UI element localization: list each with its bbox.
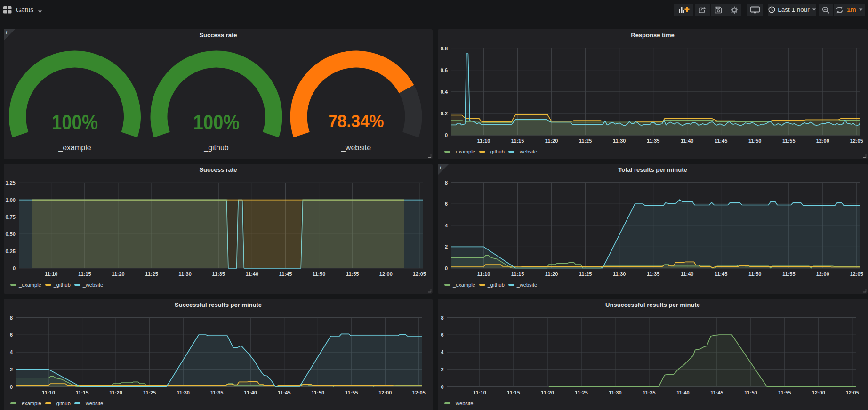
svg-text:0: 0 [441,384,443,389]
svg-text:11:50: 11:50 [748,271,762,277]
svg-text:11:10: 11:10 [42,389,55,395]
svg-text:11:40: 11:40 [246,271,259,277]
svg-text:12:05: 12:05 [846,389,859,395]
svg-text:11:40: 11:40 [681,271,694,277]
svg-text:11:10: 11:10 [473,389,486,395]
svg-text:11:55: 11:55 [345,389,358,395]
svg-text:11:30: 11:30 [177,389,190,395]
svg-text:0: 0 [445,265,448,271]
svg-text:11:15: 11:15 [507,389,520,395]
svg-text:0.6: 0.6 [441,67,448,72]
svg-text:12:00: 12:00 [816,138,829,144]
svg-text:6: 6 [10,332,13,338]
svg-text:11:55: 11:55 [346,271,359,277]
svg-text:11:20: 11:20 [545,138,558,144]
svg-text:2: 2 [10,366,13,372]
svg-text:100%: 100% [193,110,240,134]
svg-text:4: 4 [10,349,13,355]
svg-text:11:25: 11:25 [575,389,588,395]
svg-text:12:05: 12:05 [850,138,863,144]
svg-text:0.8: 0.8 [441,45,448,51]
svg-text:11:50: 11:50 [313,271,326,277]
svg-text:11:55: 11:55 [782,271,796,277]
svg-text:11:50: 11:50 [312,389,325,395]
svg-text:11:45: 11:45 [710,389,723,395]
svg-text:11:20: 11:20 [112,271,125,277]
svg-text:0: 0 [13,265,16,271]
svg-text:78.34%: 78.34% [329,112,384,131]
svg-text:11:35: 11:35 [643,389,656,395]
svg-text:11:30: 11:30 [613,138,626,144]
svg-text:11:55: 11:55 [782,138,796,144]
svg-text:11:25: 11:25 [145,271,158,277]
svg-text:11:10: 11:10 [477,271,490,277]
svg-text:11:20: 11:20 [545,271,558,277]
svg-text:6: 6 [441,332,443,338]
svg-text:0.75: 0.75 [6,214,16,220]
svg-text:100%: 100% [52,110,98,134]
svg-text:0.50: 0.50 [6,231,16,237]
svg-text:_website: _website [341,143,371,152]
svg-text:11:35: 11:35 [647,271,660,277]
svg-text:0.2: 0.2 [441,111,448,116]
svg-text:11:35: 11:35 [647,138,660,144]
svg-text:11:15: 11:15 [511,138,524,144]
svg-text:11:15: 11:15 [78,271,91,277]
svg-text:12:05: 12:05 [413,271,426,277]
svg-text:0.25: 0.25 [6,249,16,254]
svg-text:_github: _github [203,143,229,152]
svg-text:8: 8 [445,180,448,185]
svg-text:12:00: 12:00 [379,271,393,277]
svg-text:11:50: 11:50 [748,138,762,144]
svg-text:12:05: 12:05 [412,389,426,395]
svg-text:11:15: 11:15 [76,389,89,395]
svg-text:2: 2 [445,244,448,249]
svg-text:11:55: 11:55 [778,389,791,395]
svg-text:11:30: 11:30 [178,271,192,277]
svg-text:6: 6 [445,201,448,207]
svg-text:11:40: 11:40 [676,389,690,395]
svg-text:11:10: 11:10 [45,271,58,277]
svg-text:12:00: 12:00 [816,271,829,277]
svg-text:0: 0 [445,132,448,138]
svg-text:11:10: 11:10 [477,138,490,144]
svg-text:11:20: 11:20 [541,389,554,395]
svg-text:4: 4 [445,223,448,228]
svg-text:11:35: 11:35 [212,271,225,277]
svg-text:4: 4 [441,349,444,355]
svg-text:8: 8 [10,314,13,320]
svg-text:11:45: 11:45 [715,271,728,277]
svg-text:11:40: 11:40 [681,138,694,144]
svg-text:11:45: 11:45 [278,389,291,395]
svg-text:12:00: 12:00 [812,389,825,395]
svg-text:11:45: 11:45 [715,138,728,144]
svg-text:0: 0 [10,384,13,389]
svg-text:11:20: 11:20 [109,389,122,395]
svg-text:11:15: 11:15 [511,271,524,277]
svg-text:11:45: 11:45 [279,271,292,277]
svg-text:11:25: 11:25 [579,271,592,277]
svg-text:11:30: 11:30 [613,271,626,277]
svg-text:11:25: 11:25 [143,389,156,395]
svg-text:0.4: 0.4 [441,88,448,94]
svg-text:11:25: 11:25 [579,138,592,144]
svg-text:_example: _example [58,143,91,152]
svg-text:2: 2 [441,366,443,372]
svg-text:1.25: 1.25 [6,180,16,185]
svg-text:11:50: 11:50 [744,389,757,395]
svg-text:11:35: 11:35 [210,389,224,395]
svg-text:11:40: 11:40 [244,389,257,395]
svg-text:1.00: 1.00 [6,197,16,203]
svg-text:11:30: 11:30 [609,389,622,395]
svg-text:8: 8 [441,314,443,320]
svg-text:12:05: 12:05 [850,271,863,277]
svg-text:12:00: 12:00 [378,389,392,395]
